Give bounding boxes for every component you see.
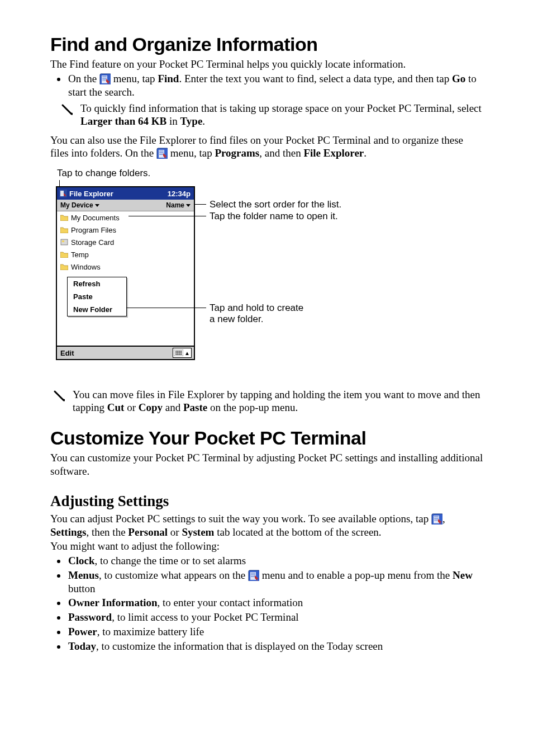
folder-item[interactable]: Program Files (57, 224, 194, 236)
bullet-clock: Clock, to change the time or to set alar… (67, 554, 484, 568)
file-explorer-figure: Tap to change folders. File Explorer 12:… (56, 168, 484, 380)
start-menu-icon (156, 148, 168, 159)
context-refresh[interactable]: Refresh (68, 277, 126, 290)
bullet-password: Password, to limit access to your Pocket… (67, 611, 484, 624)
bullet-find: On the menu, tap Find. Enter the text yo… (67, 72, 484, 99)
context-paste[interactable]: Paste (68, 290, 126, 303)
storage-card-icon (60, 239, 68, 245)
context-new-folder[interactable]: New Folder (68, 303, 126, 316)
folder-icon (60, 226, 68, 233)
paragraph-might-adjust: You might want to adjust the following: (50, 540, 484, 553)
note-move-files: You can move files in File Explorer by t… (73, 388, 484, 414)
callout-open-folder: Tap the folder name to open it. (210, 211, 338, 222)
note-pencil-icon (60, 103, 74, 116)
folder-item[interactable]: My Documents (57, 211, 194, 224)
start-menu-icon (431, 513, 442, 525)
device-dropdown[interactable]: My Device (60, 201, 99, 209)
pda-title-text: File Explorer (69, 190, 113, 198)
paragraph-customize-intro: You can customize your Pocket PC Termina… (50, 451, 484, 478)
bullet-owner: Owner Information, to enter your contact… (67, 596, 484, 609)
callout-new-folder: Tap and hold to createa new folder. (210, 303, 303, 325)
intro-paragraph: The Find feature on your Pocket PC Termi… (50, 58, 484, 71)
folder-item[interactable]: Temp (57, 248, 194, 261)
start-menu-small-icon (59, 190, 67, 197)
bullet-power: Power, to maximize battery life (67, 625, 484, 639)
heading-adjusting-settings: Adjusting Settings (50, 493, 484, 510)
pda-clock: 12:34p (168, 190, 191, 198)
heading-find-organize: Find and Organize Information (50, 34, 484, 55)
callout-sort-order: Select the sort order for the list. (210, 199, 341, 210)
edit-menu[interactable]: Edit (60, 349, 74, 357)
start-menu-icon (99, 73, 111, 84)
folder-item[interactable]: Windows (57, 261, 194, 273)
paragraph-file-explorer: You can also use the File Explorer to fi… (50, 134, 484, 160)
context-menu: Refresh Paste New Folder (67, 277, 127, 316)
sort-dropdown[interactable]: Name (166, 201, 191, 209)
bullet-today: Today, to customize the information that… (67, 640, 484, 653)
folder-icon (60, 251, 68, 258)
paragraph-settings-intro: You can adjust Pocket PC settings to sui… (50, 512, 484, 539)
pda-screenshot: File Explorer 12:34p My Device Name My D… (56, 186, 195, 360)
note-larger-than: To quickly find information that is taki… (80, 102, 484, 127)
sip-button[interactable]: ▲ (173, 348, 192, 358)
folder-icon (60, 214, 68, 221)
note-pencil-icon (53, 389, 66, 403)
folder-item[interactable]: Storage Card (57, 236, 194, 248)
folder-icon (60, 263, 68, 270)
pda-titlebar: File Explorer 12:34p (57, 187, 194, 200)
callout-tap-change-folders: Tap to change folders. (57, 168, 150, 179)
keyboard-icon (174, 349, 183, 356)
heading-customize: Customize Your Pocket PC Terminal (50, 427, 484, 449)
bullet-menus: Menus, to customize what appears on the … (67, 569, 484, 596)
start-menu-icon (248, 570, 259, 581)
